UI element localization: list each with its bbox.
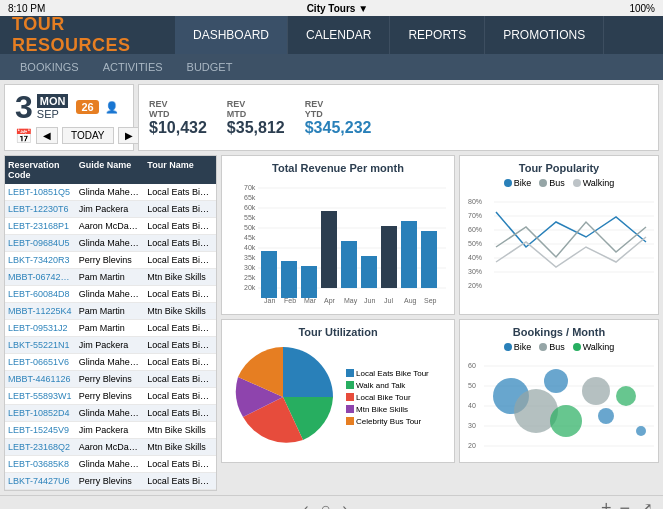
next-date-button[interactable]: ▶ xyxy=(118,127,140,144)
header: TOUR RESOURCES DASHBOARD CALENDAR REPORT… xyxy=(0,16,663,54)
cell-reservation: LEBT-09684U5 xyxy=(5,235,76,251)
svg-text:Mar: Mar xyxy=(304,297,317,304)
calendar-icon[interactable]: 📅 xyxy=(15,128,32,144)
date-day-info: MON SEP xyxy=(37,94,69,120)
cell-guide: Glinda Maheenu xyxy=(76,286,145,302)
legend-bus-dot xyxy=(539,179,547,187)
date-badge: 26 xyxy=(76,100,98,114)
date-navigation: 📅 ◀ TODAY ▶ xyxy=(15,127,123,144)
home-circle-button[interactable]: ○ xyxy=(321,500,331,510)
cell-reservation: LEBT-09531J2 xyxy=(5,320,76,336)
bookings-bike-label: Bike xyxy=(514,342,532,352)
next-page-button[interactable]: › xyxy=(342,500,347,510)
svg-rect-19 xyxy=(301,266,317,298)
legend-local-bike: Local Bike Tour xyxy=(346,393,429,402)
cell-reservation: LEBT-10851Q5 xyxy=(5,184,76,200)
cell-guide: Glinda Maheenu xyxy=(76,405,145,421)
cell-reservation: MBBT-06742LL2 xyxy=(5,269,76,285)
sub-nav: BOOKINGS ACTIVITIES BUDGET xyxy=(0,54,663,80)
bookings-legend-walking: Walking xyxy=(573,342,615,352)
tab-dashboard[interactable]: DASHBOARD xyxy=(175,16,288,54)
table-row[interactable]: LBKT-74427U6 Perry Blevins Local Eats Bi… xyxy=(5,473,216,490)
today-button[interactable]: TODAY xyxy=(62,127,114,144)
cell-guide: Glinda Maheenu xyxy=(76,184,145,200)
cell-tour: Mtn Bike Skills xyxy=(144,303,216,319)
subtab-activities[interactable]: ACTIVITIES xyxy=(91,54,175,80)
cell-guide: Aaron McDaniels xyxy=(76,218,145,234)
cell-guide: Pam Martin xyxy=(76,320,145,336)
cell-tour: Local Eats Bike Tour xyxy=(144,218,216,234)
cell-guide: Perry Blevins xyxy=(76,371,145,387)
table-row[interactable]: LEBT-10852D4 Glinda Maheenu Local Eats B… xyxy=(5,405,216,422)
table-row[interactable]: LEBT-23168P1 Aaron McDaniels Local Eats … xyxy=(5,218,216,235)
table-row[interactable]: LBKT-55221N1 Jim Packera Local Eats Bike… xyxy=(5,337,216,354)
svg-point-59 xyxy=(544,369,568,393)
utilization-chart-title: Tour Utilization xyxy=(228,326,448,338)
svg-text:70%: 70% xyxy=(468,212,482,219)
tab-reports[interactable]: REPORTS xyxy=(390,16,485,54)
legend-local-eats: Local Eats Bike Tour xyxy=(346,369,429,378)
table-row[interactable]: LEBT-55893W1 Perry Blevins Local Eats Bi… xyxy=(5,388,216,405)
date-dayname: MON xyxy=(37,94,69,108)
status-battery: 100% xyxy=(629,3,655,14)
add-button[interactable]: + xyxy=(601,498,612,509)
cell-reservation: LEBT-15245V9 xyxy=(5,422,76,438)
prev-page-button[interactable]: ‹ xyxy=(303,500,308,510)
svg-text:May: May xyxy=(344,297,358,305)
table-row[interactable]: MBBT-06742LL2 Pam Martin Mtn Bike Skills xyxy=(5,269,216,286)
table-row[interactable]: LEBT-06651V6 Glinda Maheenu Local Eats B… xyxy=(5,354,216,371)
svg-point-64 xyxy=(550,405,582,437)
cell-tour: Mtn Bike Skills xyxy=(144,439,216,455)
svg-text:25k: 25k xyxy=(244,274,256,281)
table-row[interactable]: MBBT-4461126 Perry Blevins Local Eats Bi… xyxy=(5,371,216,388)
table-row[interactable]: LEBT-09531J2 Pam Martin Local Eats Bike … xyxy=(5,320,216,337)
svg-rect-17 xyxy=(261,251,277,298)
table-row[interactable]: LBKT-73420R3 Perry Blevins Local Eats Bi… xyxy=(5,252,216,269)
status-time: 8:10 PM xyxy=(8,3,45,14)
utilization-pie-svg xyxy=(228,342,338,452)
legend-walk-talk: Walk and Talk xyxy=(346,381,429,390)
cell-reservation: LEBT-10852D4 xyxy=(5,405,76,421)
col-reservation: Reservation Code xyxy=(5,156,76,184)
utilization-legend: Local Eats Bike Tour Walk and Talk Local… xyxy=(346,369,429,426)
cell-guide: Glinda Maheenu xyxy=(76,354,145,370)
svg-rect-22 xyxy=(361,256,377,288)
cell-tour: Local Eats Bike Tour xyxy=(144,235,216,251)
bookings-chart-title: Bookings / Month xyxy=(466,326,652,338)
table-row[interactable]: LEBT-10851Q5 Glinda Maheenu Local Eats B… xyxy=(5,184,216,201)
stat-label-mtd: REVMTD xyxy=(227,99,285,119)
table-row[interactable]: LEBT-09684U5 Glinda Maheenu Local Eats B… xyxy=(5,235,216,252)
table-row[interactable]: LEBT-15245V9 Jim Packera Mtn Bike Skills xyxy=(5,422,216,439)
legend-bike: Bike xyxy=(504,178,532,188)
table-row[interactable]: LEBT-12230T6 Jim Packera Local Eats Bike… xyxy=(5,201,216,218)
table-row[interactable]: LEBT-23168Q2 Aaron McDaniels Mtn Bike Sk… xyxy=(5,439,216,456)
remove-button[interactable]: − xyxy=(619,498,630,509)
cell-tour: Local Eats Bike Tour xyxy=(144,337,216,353)
expand-button[interactable]: ⤢ xyxy=(638,498,653,510)
subtab-bookings[interactable]: BOOKINGS xyxy=(8,54,91,80)
status-title: City Tours ▼ xyxy=(307,3,368,14)
brand-title: TOUR RESOURCES xyxy=(0,14,175,56)
svg-text:55k: 55k xyxy=(244,214,256,221)
svg-text:30: 30 xyxy=(468,422,476,429)
tab-promotions[interactable]: PROMOTIONS xyxy=(485,16,604,54)
stat-rev-mtd: REVMTD $35,812 xyxy=(227,99,285,137)
cell-guide: Jim Packera xyxy=(76,337,145,353)
bookings-walking-label: Walking xyxy=(583,342,615,352)
cell-reservation: MBBT-4461126 xyxy=(5,371,76,387)
date-panel: 3 MON SEP 26 👤 📅 ◀ TODAY ▶ xyxy=(4,84,134,151)
subtab-budget[interactable]: BUDGET xyxy=(175,54,245,80)
bookings-bus-dot xyxy=(539,343,547,351)
cell-guide: Perry Blevins xyxy=(76,473,145,489)
svg-point-63 xyxy=(582,377,610,405)
svg-rect-18 xyxy=(281,261,297,298)
bookings-table: Reservation Code Guide Name Tour Name LE… xyxy=(4,155,217,491)
table-row[interactable]: LEBT-60084D8 Glinda Maheenu Local Eats B… xyxy=(5,286,216,303)
svg-text:Aug: Aug xyxy=(404,297,417,305)
prev-date-button[interactable]: ◀ xyxy=(36,127,58,144)
bottom-navigation: ‹ ○ › xyxy=(303,500,347,510)
bookings-legend-bus: Bus xyxy=(539,342,565,352)
table-row[interactable]: MBBT-11225K4 Pam Martin Mtn Bike Skills xyxy=(5,303,216,320)
table-row[interactable]: LEBT-03685K8 Glinda Maheenu Local Eats B… xyxy=(5,456,216,473)
tab-calendar[interactable]: CALENDAR xyxy=(288,16,390,54)
